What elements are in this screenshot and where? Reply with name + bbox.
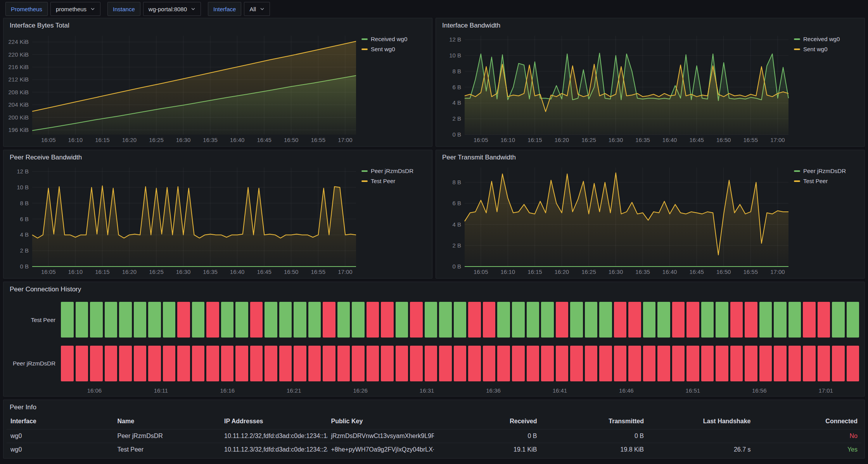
state-bar[interactable] xyxy=(556,302,569,338)
state-bar[interactable] xyxy=(847,346,859,381)
interface-bandwidth-chart[interactable]: 0 B2 B4 B6 B8 B10 B12 B16:0516:1016:1516… xyxy=(439,31,792,145)
state-bar[interactable] xyxy=(367,302,379,338)
state-bar[interactable] xyxy=(657,302,670,338)
state-bar[interactable] xyxy=(177,302,190,338)
state-bar[interactable] xyxy=(235,302,248,338)
state-bar[interactable] xyxy=(352,346,365,381)
panel-title-peer-transmit-bandwidth[interactable]: Peer Transmit Bandwidth xyxy=(436,150,865,163)
interface-bytes-chart[interactable]: 196 KiB200 KiB204 KiB208 KiB212 KiB216 K… xyxy=(7,31,359,145)
state-bar[interactable] xyxy=(134,302,147,338)
state-bar[interactable] xyxy=(512,346,525,381)
state-bar[interactable] xyxy=(265,346,277,381)
state-bar[interactable] xyxy=(323,346,335,381)
state-bar[interactable] xyxy=(628,302,641,338)
variable-select-instance[interactable]: wg-portal:8080 xyxy=(143,2,201,16)
state-bar[interactable] xyxy=(61,346,74,381)
state-bar[interactable] xyxy=(527,346,539,381)
state-bar[interactable] xyxy=(614,346,627,381)
state-bar[interactable] xyxy=(541,346,554,381)
state-bar[interactable] xyxy=(599,346,612,381)
legend-item[interactable]: Sent wg0 xyxy=(361,46,428,52)
state-bar[interactable] xyxy=(614,302,627,338)
legend-item[interactable]: Test Peer xyxy=(361,178,428,184)
variable-label-prometheus[interactable]: Prometheus xyxy=(5,2,48,16)
state-bar[interactable] xyxy=(701,346,714,381)
state-bar[interactable] xyxy=(352,302,365,338)
state-bar[interactable] xyxy=(468,302,481,338)
variable-label-interface[interactable]: Interface xyxy=(208,2,241,16)
legend-item[interactable]: Test Peer xyxy=(794,178,861,184)
column-header-connected[interactable]: Connected xyxy=(755,418,862,425)
state-bar[interactable] xyxy=(628,346,641,381)
timeline-bars[interactable] xyxy=(61,346,859,381)
state-bar[interactable] xyxy=(497,346,510,381)
state-bar[interactable] xyxy=(745,346,757,381)
state-bar[interactable] xyxy=(265,302,277,338)
state-bar[interactable] xyxy=(439,346,452,381)
state-bar[interactable] xyxy=(206,302,219,338)
state-bar[interactable] xyxy=(90,302,103,338)
state-bar[interactable] xyxy=(454,346,467,381)
state-bar[interactable] xyxy=(672,302,685,338)
state-bar[interactable] xyxy=(235,346,248,381)
state-bar[interactable] xyxy=(192,302,205,338)
state-bar[interactable] xyxy=(483,346,496,381)
legend-item[interactable]: Peer jRzmDsDR xyxy=(361,168,428,174)
state-bar[interactable] xyxy=(803,346,816,381)
legend-item[interactable]: Received wg0 xyxy=(361,36,428,42)
peer-transmit-chart[interactable]: 0 B2 B4 B6 B8 B16:0516:1016:1516:2016:25… xyxy=(439,163,792,277)
state-bar[interactable] xyxy=(308,302,321,338)
state-bar[interactable] xyxy=(206,346,219,381)
state-bar[interactable] xyxy=(308,346,321,381)
state-bar[interactable] xyxy=(192,346,205,381)
state-bar[interactable] xyxy=(774,346,787,381)
state-bar[interactable] xyxy=(163,346,176,381)
timeline-bars[interactable] xyxy=(61,302,859,338)
panel-title-peer-receive-bandwidth[interactable]: Peer Receive Bandwidth xyxy=(3,150,432,163)
state-bar[interactable] xyxy=(294,302,306,338)
state-bar[interactable] xyxy=(541,302,554,338)
state-bar[interactable] xyxy=(716,302,728,338)
variable-select-interface[interactable]: All xyxy=(244,2,270,16)
column-header-interface[interactable]: Interface xyxy=(7,418,114,425)
state-bar[interactable] xyxy=(105,302,118,338)
state-bar[interactable] xyxy=(439,302,452,338)
state-bar[interactable] xyxy=(134,346,147,381)
state-bar[interactable] xyxy=(701,302,714,338)
variable-select-prometheus[interactable]: prometheus xyxy=(50,2,100,16)
state-bar[interactable] xyxy=(396,346,408,381)
state-bar[interactable] xyxy=(585,302,598,338)
state-bar[interactable] xyxy=(759,346,772,381)
state-bar[interactable] xyxy=(410,346,423,381)
state-bar[interactable] xyxy=(294,346,306,381)
column-header-ip-addresses[interactable]: IP Addresses xyxy=(220,418,327,425)
state-bar[interactable] xyxy=(381,346,394,381)
state-bar[interactable] xyxy=(657,346,670,381)
state-bar[interactable] xyxy=(818,346,830,381)
state-bar[interactable] xyxy=(119,346,132,381)
peer-connection-timeline[interactable]: Test PeerPeer jRzmDsDR16:0616:1116:1616:… xyxy=(3,295,865,396)
legend-item[interactable]: Peer jRzmDsDR xyxy=(794,168,861,174)
state-bar[interactable] xyxy=(76,346,88,381)
column-header-last-handshake[interactable]: Last Handshake xyxy=(648,418,755,425)
state-bar[interactable] xyxy=(512,302,525,338)
state-bar[interactable] xyxy=(410,302,423,338)
state-bar[interactable] xyxy=(105,346,118,381)
state-bar[interactable] xyxy=(279,302,292,338)
state-bar[interactable] xyxy=(177,346,190,381)
column-header-transmitted[interactable]: Transmitted xyxy=(541,418,648,425)
state-bar[interactable] xyxy=(803,302,816,338)
state-bar[interactable] xyxy=(599,302,612,338)
state-bar[interactable] xyxy=(497,302,510,338)
legend-item[interactable]: Sent wg0 xyxy=(794,46,861,52)
column-header-name[interactable]: Name xyxy=(114,418,221,425)
state-bar[interactable] xyxy=(61,302,74,338)
state-bar[interactable] xyxy=(832,346,845,381)
state-bar[interactable] xyxy=(367,346,379,381)
state-bar[interactable] xyxy=(396,302,408,338)
column-header-public-key[interactable]: Public Key xyxy=(327,418,434,425)
state-bar[interactable] xyxy=(730,302,743,338)
state-bar[interactable] xyxy=(323,302,335,338)
state-bar[interactable] xyxy=(250,346,263,381)
state-bar[interactable] xyxy=(788,302,801,338)
